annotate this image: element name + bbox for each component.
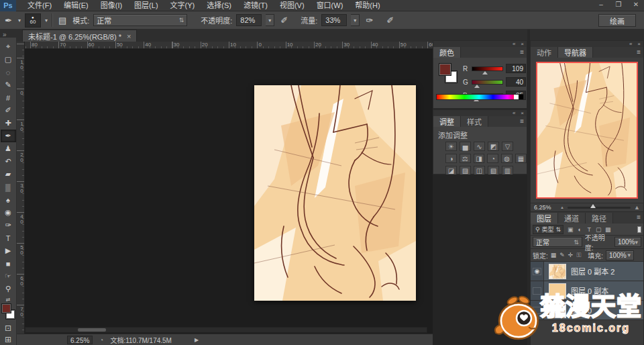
tab-adjustments[interactable]: 调整 [433, 116, 461, 127]
layer-filter-select[interactable]: ⚲ 类型 ⇅ [533, 225, 564, 234]
hand-tool[interactable]: ☞ [1, 270, 16, 283]
panel-close-icon[interactable]: × [521, 41, 524, 47]
channel-value-field[interactable]: 109 [506, 64, 526, 73]
menu-item[interactable]: 文件(F) [21, 0, 58, 11]
close-button[interactable]: ✕ [631, 1, 641, 8]
panel-menu-icon[interactable]: ≡ [637, 213, 641, 221]
panel-collapse-icon[interactable]: « [513, 41, 515, 47]
channel-mixer-icon[interactable]: ◍ [501, 154, 513, 163]
layer-fill-field[interactable]: 100% ▾ [606, 250, 634, 260]
tab-channels[interactable]: 通道 [558, 213, 586, 224]
lock-position-icon[interactable]: ✛ [568, 252, 574, 259]
tab-close-icon[interactable]: × [127, 32, 131, 40]
black-cap[interactable] [519, 95, 523, 99]
scrollbar-thumb[interactable] [78, 328, 106, 332]
color-spectrum-ramp[interactable] [436, 94, 524, 100]
layer-name[interactable]: 图层 0 [571, 305, 592, 315]
channel-value-field[interactable]: 40 [506, 77, 526, 87]
navigator-zoom-field[interactable]: 6.25% [534, 204, 557, 211]
airbrush-icon[interactable]: ✑ [364, 15, 375, 26]
panel-close-icon[interactable]: × [637, 41, 641, 47]
menu-item[interactable]: 滤镜(T) [237, 0, 274, 11]
color-lookup-icon[interactable]: ▦ [515, 154, 527, 163]
brush-tool[interactable]: ✒ [1, 130, 16, 142]
opacity-field[interactable]: 82% [236, 14, 262, 26]
filter-pixel-layers-icon[interactable]: ▣ [566, 226, 574, 233]
filter-toggle-switch[interactable] [637, 226, 641, 233]
zoom-out-icon[interactable]: ▲ [560, 205, 564, 209]
eyedropper-tool[interactable]: ✐ [1, 104, 16, 117]
move-tool[interactable]: ⌖ [1, 40, 16, 53]
panel-collapse-icon[interactable]: « [513, 110, 515, 116]
photo-filter-icon[interactable]: ◔ [487, 154, 498, 163]
slider-thumb-icon[interactable] [474, 85, 480, 88]
panel-menu-icon[interactable]: ≡ [520, 117, 524, 125]
tab-paths[interactable]: 路径 [586, 213, 613, 224]
screen-mode-button[interactable]: ⊞ [1, 334, 16, 345]
marquee-tool[interactable]: ▢ [1, 53, 16, 66]
menu-item[interactable]: 编辑(E) [58, 0, 95, 11]
lasso-tool[interactable]: ◌ [1, 66, 16, 79]
menu-item[interactable]: 图层(L) [128, 0, 164, 11]
gradient-map-icon[interactable]: ▥ [502, 166, 513, 175]
status-menu-arrow-icon[interactable]: ▶ [195, 337, 199, 343]
levels-icon[interactable]: ▅ [460, 142, 471, 151]
panel-close-icon[interactable]: × [521, 110, 524, 116]
black-white-icon[interactable]: ◨ [474, 154, 485, 163]
restore-button[interactable]: ❐ [613, 1, 624, 8]
opacity-caret-button[interactable]: ▾ [266, 14, 274, 26]
panel-menu-icon[interactable]: ≡ [520, 48, 524, 56]
history-brush-tool[interactable]: ↶ [1, 155, 16, 168]
lock-pixels-icon[interactable]: ✎ [559, 252, 565, 259]
layer-thumbnail[interactable] [549, 283, 566, 299]
foreground-color-swatch[interactable] [439, 63, 451, 76]
eraser-tool[interactable]: ▰ [1, 168, 16, 181]
toggle-brush-panel-icon[interactable]: ▤ [56, 15, 68, 26]
dodge-tool[interactable]: ◉ [1, 206, 16, 219]
quick-mask-button[interactable]: ⊡ [1, 323, 16, 334]
exposure-icon[interactable]: ◩ [488, 142, 499, 151]
flow-field[interactable]: 33% [321, 14, 347, 26]
crop-tool[interactable]: # [1, 91, 16, 104]
menu-item[interactable]: 窗口(W) [311, 0, 350, 11]
menu-item[interactable]: 文字(Y) [164, 0, 201, 11]
menu-item[interactable]: 图像(I) [95, 0, 128, 11]
menu-item[interactable]: 帮助(H) [349, 0, 386, 11]
图层 0 副本[interactable]: 图层 0 副本 [531, 281, 643, 301]
tab-navigator[interactable]: 导航器 [558, 47, 593, 58]
layer-blend-mode-select[interactable]: 正常 ⇅ [533, 237, 582, 247]
panel-collapse-icon[interactable]: « [629, 41, 632, 47]
blur-tool[interactable]: ♠ [1, 193, 16, 206]
vertical-ruler[interactable]: 1001020304050607080 [17, 42, 25, 334]
layer-thumbnail[interactable] [549, 303, 566, 318]
channel-slider[interactable] [472, 80, 503, 85]
menu-item[interactable]: 视图(V) [274, 0, 311, 11]
blend-mode-select[interactable]: 正常 ⇅ [93, 14, 187, 26]
invert-icon[interactable]: ◪ [445, 166, 457, 175]
swap-colors-icon[interactable]: ⇄ [6, 297, 11, 303]
type-tool[interactable]: T [1, 232, 16, 244]
white-cap[interactable] [514, 95, 519, 99]
zoom-in-icon[interactable]: ▲ [634, 204, 640, 211]
lock-transparency-icon[interactable]: ▦ [551, 252, 557, 259]
size-pressure-icon[interactable]: ✐ [384, 15, 396, 26]
foreground-color-swatch[interactable] [1, 303, 11, 313]
navigator-zoom-slider[interactable] [568, 207, 631, 209]
document-tab[interactable]: 未标题-1 @ 6.25%(RGB/8) * × [22, 30, 137, 42]
status-zoom-field[interactable]: 6.25% [67, 336, 93, 344]
path-selection-tool[interactable]: ▶ [1, 244, 16, 257]
tab-color[interactable]: 颜色 [433, 47, 461, 58]
opacity-pressure-icon[interactable]: ✐ [278, 15, 290, 26]
hue-saturation-icon[interactable]: ◑ [445, 154, 457, 163]
canvas-horizontal-scrollbar[interactable] [25, 327, 427, 333]
brightness-contrast-icon[interactable]: ☀ [445, 142, 457, 151]
color-balance-icon[interactable]: ⚖ [460, 154, 471, 163]
visibility-cell[interactable] [531, 301, 544, 319]
brush-picker-caret-icon[interactable]: ▾ [45, 17, 48, 23]
threshold-icon[interactable]: ◫ [474, 166, 485, 175]
layer-thumbnail[interactable] [549, 264, 566, 279]
slider-thumb-icon[interactable] [590, 204, 596, 208]
brush-size-preview[interactable]: ● 60 [25, 13, 41, 28]
tab-actions[interactable]: 动作 [531, 47, 558, 58]
visibility-cell[interactable]: ◉ [531, 262, 544, 281]
